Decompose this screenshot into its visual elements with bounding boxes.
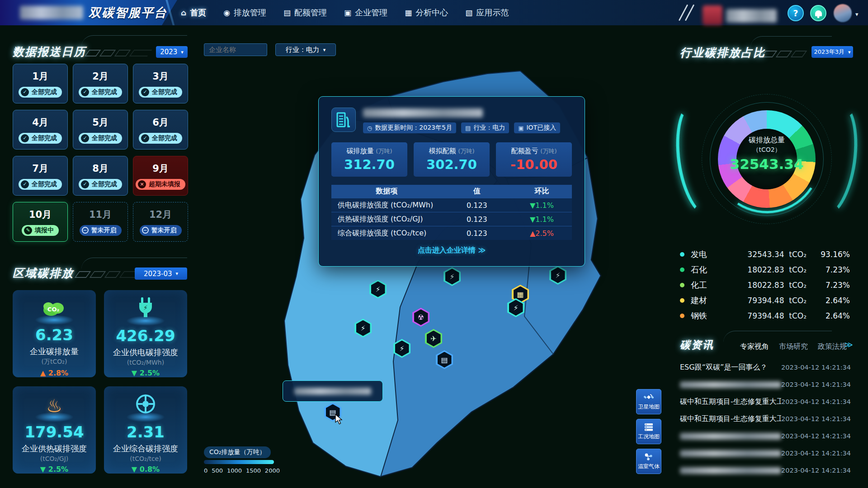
building-icon-box <box>331 108 356 132</box>
user-avatar[interactable] <box>834 4 852 22</box>
delta-badge: ▼ 0.8% <box>132 465 160 474</box>
org-logo-redacted <box>703 5 722 25</box>
lightning-icon: ⚡ <box>513 304 518 312</box>
app-demo-icon: ▧ <box>465 8 472 17</box>
nav-item-analysis-center[interactable]: ▦ 分析中心 <box>405 7 448 18</box>
top-navbar: 双碳智服平台 ⌂ 首页 ◉ 排放管理 ▤ 配额管理 ▣ 企业管理 ▦ 分析中心 … <box>0 0 868 25</box>
check-circle-icon: ✓ <box>21 88 29 96</box>
lightning-icon: ⚡ <box>375 285 380 294</box>
iot-badge: ▣ IOT已接入 <box>514 122 560 133</box>
check-circle-icon: ✓ <box>21 180 29 188</box>
mouse-cursor <box>335 414 345 425</box>
legend-row-chemical: 化工 18022.83 tCO₂ 7.23% <box>680 277 850 293</box>
change-cell: ▼1.1% <box>512 201 572 210</box>
table-row: 供电碳排放强度 (tCO₂/MWh) 0.123 ▼1.1% <box>331 198 572 212</box>
layer-button-operating-condition[interactable]: 工况地图 <box>636 419 661 444</box>
check-circle-icon: ✓ <box>81 88 89 96</box>
company-search-input[interactable] <box>204 43 267 56</box>
legend-row-power: 发电 32543.34 tCO₂ 93.16% <box>680 247 850 262</box>
notifications-button[interactable] <box>810 5 826 21</box>
status-badge: ✓全部完成 <box>19 133 62 144</box>
news-title-redacted <box>680 450 781 457</box>
status-badge: ✓全部完成 <box>139 87 182 98</box>
tab-policy-regulation[interactable]: 政策法规 <box>818 342 847 352</box>
industry-tag-icon: ▤ <box>465 125 471 131</box>
layer-button-satellite[interactable]: 卫星地图 <box>636 389 661 414</box>
month-card-dec[interactable]: 12月 −暂未开启 <box>133 202 188 242</box>
month-card-nov[interactable]: 11月 −暂未开启 <box>73 202 128 242</box>
news-title-redacted <box>680 467 781 474</box>
down-arrow-icon: ▼ <box>530 215 535 224</box>
tooltip-company-name-redacted <box>294 388 371 395</box>
svg-text:CO₂: CO₂ <box>47 306 59 313</box>
change-cell: ▲2.5% <box>512 229 572 238</box>
chevron-down-icon: ▾ <box>176 271 179 277</box>
status-badge: ✓全部完成 <box>19 87 62 98</box>
news-item[interactable]: ESG跟“双碳”是一回事么？ 2023-04-12 14:21:34 <box>680 359 851 376</box>
news-item[interactable]: 碳中和五期项目-生态修复重大工程 2023-04-12 14:21:34 <box>680 410 851 427</box>
update-time-badge: ◷ 数据更新时间：2023年5月 <box>363 122 456 133</box>
check-circle-icon: ✓ <box>21 134 29 142</box>
industry-badge: ▤ 行业：电力 <box>461 122 509 133</box>
industry-period-select[interactable]: 2023年3月▾ <box>811 46 853 58</box>
news-item-redacted[interactable]: 2023-04-12 14:21:34 <box>680 462 851 479</box>
iot-chip-icon: ▣ <box>518 125 524 131</box>
table-row: 供热碳排放强度 (tCO₂/GJ) 0.123 ▼1.1% <box>331 212 572 226</box>
industry-filter-select[interactable]: 行业：电力▾ <box>275 43 336 56</box>
status-badge: ×超期未填报 <box>136 179 185 190</box>
edit-circle-icon: ✎ <box>24 226 32 235</box>
calendar-year-select[interactable]: 2023▾ <box>156 46 188 58</box>
news-item-redacted[interactable]: 2023-04-12 14:21:34 <box>680 376 851 393</box>
tab-market-research[interactable]: 市场研究 <box>779 342 808 352</box>
analysis-icon: ▦ <box>405 8 412 17</box>
industry-legend: 发电 32543.34 tCO₂ 93.16% 石化 18022.83 tCO₂… <box>680 247 850 324</box>
down-arrow-icon: ▼ <box>530 201 535 210</box>
month-card-jan[interactable]: 1月 ✓全部完成 <box>13 64 68 103</box>
help-button[interactable]: ? <box>788 5 804 21</box>
month-card-sep[interactable]: 9月 ×超期未填报 <box>133 156 188 196</box>
question-icon: ? <box>793 8 798 18</box>
chevron-down-icon: ▾ <box>323 47 326 53</box>
news-item-redacted[interactable]: 2023-04-12 14:21:34 <box>680 427 851 445</box>
tab-expert-view[interactable]: 专家视角 <box>740 342 769 352</box>
nav-item-app-demo[interactable]: ▧ 应用示范 <box>465 7 509 18</box>
user-menu-caret[interactable]: ▾ <box>855 11 859 18</box>
lightning-icon: ⚡ <box>399 344 404 353</box>
emission-icon: ◉ <box>223 8 230 17</box>
month-card-jul[interactable]: 7月 ✓全部完成 <box>13 156 68 196</box>
metric-card-heat-intensity: ♨ 179.54 企业供热碳排强度 (tCO₂/GJ) ▼ 2.5% <box>13 386 96 474</box>
check-circle-icon: ✓ <box>81 180 89 188</box>
legend-dot <box>680 283 684 287</box>
month-card-oct[interactable]: 10月 ✎填报中 <box>13 202 68 242</box>
up-arrow-icon: ▲ <box>530 229 535 238</box>
product-title: 双碳智服平台 <box>89 5 167 21</box>
stat-emission: 碳排放量 (万吨) 312.70 <box>331 142 407 177</box>
news-more-link[interactable]: ≫ <box>844 340 853 349</box>
nav-item-emission-mgmt[interactable]: ◉ 排放管理 <box>223 7 266 18</box>
status-badge: −暂未开启 <box>80 225 122 236</box>
news-item[interactable]: 碳中和五期项目-生态修复重大工程... 2023-04-12 14:21:34 <box>680 393 851 410</box>
status-badge: ✓全部完成 <box>19 179 62 190</box>
month-card-apr[interactable]: 4月 ✓全部完成 <box>13 110 68 150</box>
month-card-mar[interactable]: 3月 ✓全部完成 <box>133 64 188 103</box>
news-item-redacted[interactable]: 2023-04-12 14:21:34 <box>680 445 851 462</box>
nav-item-quota-mgmt[interactable]: ▤ 配额管理 <box>283 7 327 18</box>
layer-button-greenhouse-gas[interactable]: 温室气体 <box>636 449 661 474</box>
nav-item-home[interactable]: ⌂ 首页 <box>181 7 206 18</box>
down-arrow-icon: ▼ <box>132 369 137 377</box>
legend-row-building-materials: 建材 79394.48 tCO₂ 2.64% <box>680 293 850 308</box>
stat-quota-balance: 配额盈亏 (万吨) -10.00 <box>496 142 572 177</box>
minus-circle-icon: − <box>142 227 149 234</box>
nav-item-enterprise-mgmt[interactable]: ▣ 企业管理 <box>344 7 387 18</box>
month-card-jun[interactable]: 6月 ✓全部完成 <box>133 110 188 150</box>
month-card-may[interactable]: 5月 ✓全部完成 <box>73 110 128 150</box>
map-hover-tooltip <box>283 380 383 402</box>
status-badge: ✓全部完成 <box>79 87 122 98</box>
enterprise-detail-link[interactable]: 点击进入企业详情 ≫ <box>331 246 572 255</box>
clock-icon: ◷ <box>367 125 372 131</box>
month-card-feb[interactable]: 2月 ✓全部完成 <box>73 64 128 103</box>
news-title-redacted <box>680 433 781 440</box>
month-card-aug[interactable]: 8月 ✓全部完成 <box>73 156 128 196</box>
stat-quota: 模拟配额 (万吨) 302.70 <box>414 142 490 177</box>
region-period-select[interactable]: 2023-03▾ <box>135 267 187 280</box>
